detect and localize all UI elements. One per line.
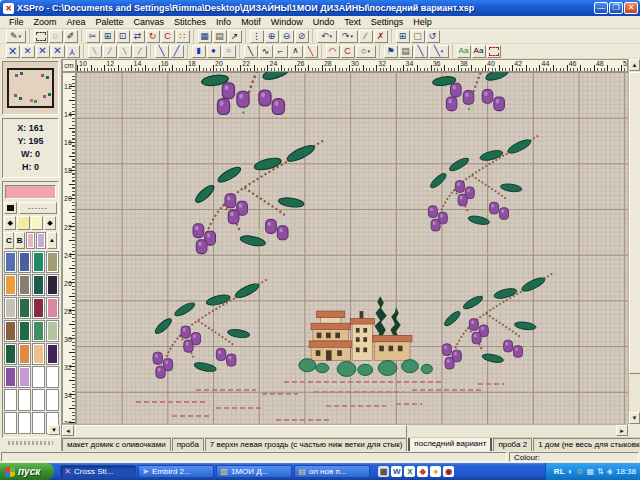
scroll-down-button[interactable]: ▼ <box>629 412 640 424</box>
header-swatch[interactable] <box>26 232 36 249</box>
styled-line-stitch[interactable]: ╲▾ <box>429 45 449 58</box>
knot-flag-tool[interactable]: ⚑ <box>384 45 398 58</box>
highlight-color-button[interactable] <box>17 216 29 230</box>
taskbar-clock[interactable]: 18:38 <box>616 467 636 476</box>
taskbar-task-0[interactable]: ✕Cross Sti... <box>60 465 136 478</box>
pattern-tab-5[interactable]: 1 дом (не весь для стыковки) <box>533 438 640 452</box>
palette-swatch[interactable] <box>32 389 45 411</box>
palette-swatch[interactable] <box>32 343 45 365</box>
zoom-in-tool[interactable]: ⊕ <box>265 30 279 43</box>
maximize-button[interactable]: ❐ <box>609 2 623 14</box>
menu-palette[interactable]: Palette <box>91 17 129 27</box>
palette-swatch[interactable] <box>4 389 17 411</box>
diamond-button[interactable]: ◆ <box>4 216 16 230</box>
angle-backstitch-tool[interactable]: ∧ <box>289 45 303 58</box>
quarter-stitch-tr[interactable]: ╱ <box>103 45 117 58</box>
scroll-up-button[interactable]: ▲ <box>629 59 640 71</box>
palette-swatch[interactable] <box>18 274 31 296</box>
menu-window[interactable]: Window <box>266 17 308 27</box>
palette-swatch[interactable] <box>32 251 45 273</box>
thread-guide-tool[interactable]: ⋮ <box>250 30 264 43</box>
menu-info[interactable]: Info <box>211 17 236 27</box>
scroll-left-button[interactable]: ◄ <box>62 425 74 436</box>
palette-swatch[interactable] <box>46 389 59 411</box>
menu-text[interactable]: Text <box>339 17 366 27</box>
upright-cross-stitch[interactable]: Y <box>66 45 80 58</box>
text-tool-color[interactable]: Aa <box>457 45 471 58</box>
palette-swatch[interactable] <box>18 343 31 365</box>
excel-icon[interactable]: X <box>404 466 415 477</box>
palette-swatch[interactable] <box>46 251 59 273</box>
column-c-button[interactable]: C <box>4 232 14 249</box>
corner-backstitch-tool[interactable]: ⌐ <box>274 45 288 58</box>
close-button[interactable]: ✕ <box>624 2 638 14</box>
pattern-tab-3[interactable]: последний вариант <box>408 437 492 452</box>
update-icon[interactable]: ◈ <box>607 468 613 476</box>
language-indicator[interactable]: RL <box>554 467 565 476</box>
palette-swatch[interactable] <box>4 297 17 319</box>
blend-pattern-button[interactable]: ------ <box>19 202 57 214</box>
header-swatch[interactable] <box>36 232 46 249</box>
rotate-canvas-tool[interactable]: ↺ <box>426 30 440 43</box>
antivirus-icon[interactable]: ▦ <box>587 468 595 476</box>
word-icon[interactable]: W <box>391 466 402 477</box>
select-stitches-tool[interactable] <box>487 45 501 58</box>
pointer-arrow-tool[interactable]: ↗ <box>228 30 242 43</box>
rotate-tool[interactable]: ↻ <box>146 30 160 43</box>
menu-canvas[interactable]: Canvas <box>129 17 170 27</box>
flip-horizontal-tool[interactable]: ⇄ <box>131 30 145 43</box>
three-quarter-cross-stitch[interactable]: ✕ <box>51 45 65 58</box>
paint-icon[interactable]: ◆ <box>417 466 428 477</box>
marquee-select-tool[interactable] <box>34 30 48 43</box>
undo-button-dropdown[interactable]: ▾ <box>330 33 333 39</box>
taskbar-task-1[interactable]: ➤Embird 2... <box>138 465 214 478</box>
cut-tool[interactable]: ✂ <box>86 30 100 43</box>
quarter-cross-stitch[interactable]: ✕ <box>36 45 50 58</box>
palette-swatch[interactable] <box>4 366 17 388</box>
menu-motif[interactable]: Motif <box>236 17 266 27</box>
pencil-tool[interactable]: ✎▾ <box>6 30 26 43</box>
taskbar-task-2[interactable]: ▨1МОИ Д... <box>216 465 292 478</box>
palette-swatch[interactable] <box>46 297 59 319</box>
palette-swatch[interactable] <box>4 274 17 296</box>
grid-view-tool[interactable]: ▦ <box>198 30 212 43</box>
palette-scroll-down[interactable]: ▼ <box>48 425 60 435</box>
quarter-stitch-br[interactable]: ╱ <box>133 45 147 58</box>
palette-swatch[interactable] <box>32 297 45 319</box>
pattern-tab-0[interactable]: макет домик с оливочками <box>62 438 171 452</box>
freehand-select-tool[interactable]: ✐ <box>64 30 78 43</box>
french-knot-outline[interactable]: ○ <box>222 45 236 58</box>
curve-c-stitch-tool[interactable]: C <box>341 45 355 58</box>
stitch-canvas[interactable] <box>76 72 628 424</box>
backstitch-red-tool[interactable]: ╲ <box>304 45 318 58</box>
diamond-button[interactable]: ◆ <box>44 216 56 230</box>
menu-settings[interactable]: Settings <box>366 17 409 27</box>
palette-scroll-up[interactable]: ▲ <box>47 232 57 249</box>
messenger-icon[interactable]: ☺ <box>575 468 583 476</box>
draw-line-tool[interactable]: ∕ <box>359 30 373 43</box>
full-cross-stitch[interactable]: ✕ <box>6 45 20 58</box>
palette-swatch[interactable] <box>4 343 17 365</box>
opera-icon[interactable]: ● <box>430 466 441 477</box>
arc-stitch-tool[interactable]: ◠ <box>326 45 340 58</box>
column-b-button[interactable]: B <box>15 232 25 249</box>
zoom-reset-tool[interactable]: ⊘ <box>295 30 309 43</box>
taskbar-task-3[interactable]: ▤ол нов п... <box>294 465 370 478</box>
redo-button-dropdown[interactable]: ▾ <box>351 33 354 39</box>
pattern-tab-2[interactable]: 7 верхн левая гроздь (с частью ниж ветки… <box>205 438 408 452</box>
scroll-right-button[interactable]: ► <box>616 425 628 436</box>
network-icon[interactable]: ⇅ <box>597 468 604 476</box>
copy-tool[interactable]: ⊞ <box>101 30 115 43</box>
palette-swatch[interactable] <box>18 297 31 319</box>
pattern-tab-4[interactable]: проба 2 <box>493 438 532 452</box>
export-image-tool[interactable]: ▤ <box>213 30 227 43</box>
palette-swatch[interactable] <box>4 320 17 342</box>
vertical-scroll-thumb[interactable] <box>629 72 640 374</box>
circle-stitch-tool[interactable]: ○▾ <box>356 45 376 58</box>
menu-help[interactable]: Help <box>408 17 437 27</box>
title-bar[interactable]: ✕ XSPro - C:\Documents and Settings\Rimm… <box>0 0 640 16</box>
redo-button[interactable]: ↷▾ <box>338 30 358 43</box>
quarter-stitch-tl[interactable]: ╲ <box>88 45 102 58</box>
zoom-out-tool[interactable]: ⊖ <box>280 30 294 43</box>
palette-swatch[interactable] <box>46 343 59 365</box>
